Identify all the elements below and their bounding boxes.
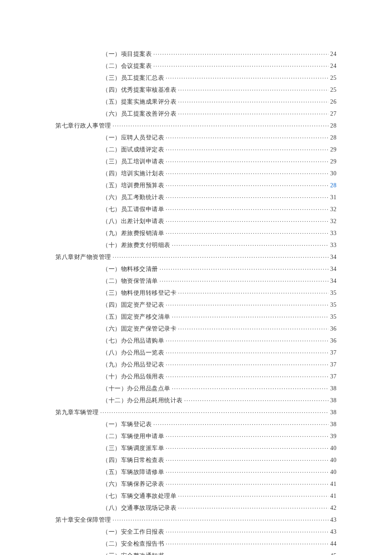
toc-entry-label: 第十章安全保障管理	[55, 517, 111, 523]
toc-entry-label: （十一）办公用品盘点单	[102, 386, 170, 392]
toc-entry-page: 28	[330, 123, 337, 129]
toc-leader-dots	[166, 349, 329, 355]
toc-leader-dots	[166, 169, 329, 175]
toc-entry[interactable]: （五）固定资产移交清单 35	[102, 311, 337, 323]
toc-leader-dots	[113, 516, 329, 522]
toc-entry[interactable]: （一）安全工作日报表 43	[102, 526, 337, 538]
toc-entry-label: （一）车辆登记表	[102, 421, 152, 427]
toc-leader-dots	[166, 74, 329, 80]
toc-entry-page: 34	[330, 266, 337, 272]
toc-entry[interactable]: （一）车辆登记表 38	[102, 418, 337, 430]
toc-entry[interactable]: （四）优秀提案审核基准表 25	[102, 84, 337, 96]
toc-entry[interactable]: （三）车辆调度派车单 40	[102, 442, 337, 454]
toc-entry[interactable]: （三）员工提案汇总表 25	[102, 72, 337, 84]
toc-entry[interactable]: （五）车辆故障请修单 40	[102, 466, 337, 478]
toc-entry[interactable]: （二）安全检查报告书 44	[102, 538, 337, 549]
toc-entry[interactable]: 第七章行政人事管理 28	[55, 119, 337, 131]
toc-entry[interactable]: （一）项目提案表 24	[102, 48, 337, 60]
toc-entry[interactable]: 第九章车辆管理 38	[55, 406, 337, 418]
toc-leader-dots	[166, 528, 329, 534]
toc-entry-label: 第八章财产物资管理	[55, 254, 111, 260]
toc-entry-label: （四）固定资产登记表	[102, 302, 164, 308]
toc-entry[interactable]: （十）办公用品领用表 37	[102, 370, 337, 382]
toc-entry-page: 44	[330, 541, 337, 547]
toc-entry[interactable]: （二）面试成绩评定表 29	[102, 143, 337, 155]
toc-entry[interactable]: （四）车辆日常检查表 40	[102, 454, 337, 466]
toc-entry-page: 29	[330, 159, 337, 165]
toc-entry-page: 40	[330, 469, 337, 475]
toc-entry[interactable]: 第八章财产物资管理 34	[55, 251, 337, 263]
toc-entry-page: 30	[330, 171, 337, 177]
toc-entry-label: （四）优秀提案审核基准表	[102, 87, 176, 93]
toc-leader-dots	[166, 205, 329, 211]
toc-leader-dots	[166, 360, 329, 366]
toc-entry[interactable]: （九）差旅费报销清单 33	[102, 227, 337, 239]
toc-entry-label: （七）员工请假申请单	[102, 206, 164, 212]
toc-entry[interactable]: （七）员工请假申请单 32	[102, 203, 337, 215]
toc-entry-page: 37	[330, 374, 337, 380]
toc-leader-dots	[178, 86, 329, 92]
toc-entry[interactable]: （四）培训实施计划表 30	[102, 167, 337, 179]
toc-entry-page: 40	[330, 445, 337, 451]
toc-leader-dots	[166, 301, 329, 307]
toc-entry-page: 38	[330, 398, 337, 404]
toc-entry-label: （六）车辆保养记录表	[102, 481, 164, 487]
toc-page: （一）项目提案表 24（二）会议提案表 24（三）员工提案汇总表 25（四）优秀…	[0, 0, 392, 555]
toc-leader-dots	[166, 372, 329, 378]
toc-entry[interactable]: （十二）办公用品耗用统计表 38	[102, 394, 337, 406]
toc-entry-page: 25	[330, 75, 337, 81]
toc-entry-page: 31	[330, 195, 337, 200]
toc-leader-dots	[166, 145, 329, 151]
toc-entry[interactable]: （九）办公用品登记表 37	[102, 358, 337, 370]
toc-leader-dots	[166, 134, 329, 139]
toc-entry-page: 45	[330, 553, 337, 555]
toc-entry[interactable]: （八）交通事故现场记录表 42	[102, 502, 337, 514]
toc-entry-page: 35	[330, 314, 337, 320]
toc-entry-page: 26	[330, 99, 337, 105]
toc-leader-dots	[172, 384, 329, 390]
toc-entry[interactable]: （一）应聘人员登记表 28	[102, 131, 337, 143]
toc-entry[interactable]: （三）物料使用转移登记卡 35	[102, 287, 337, 299]
toc-entry[interactable]: （二）物资保管清单 34	[102, 275, 337, 287]
toc-entry[interactable]: （一）物料移交清册 34	[102, 263, 337, 275]
toc-leader-dots	[166, 432, 329, 438]
toc-entry[interactable]: （七）车辆交通事故处理单 41	[102, 490, 337, 502]
toc-entry-label: （十二）办公用品耗用统计表	[102, 398, 183, 404]
toc-entry-page: 35	[330, 302, 337, 308]
toc-entry-label: （五）车辆故障请修单	[102, 469, 164, 475]
toc-entry-label: （二）物资保管清单	[102, 278, 158, 284]
toc-entry-page: 33	[330, 230, 337, 236]
toc-entry-page: 32	[330, 218, 337, 224]
toc-entry[interactable]: （七）办公用品请购单 36	[102, 334, 337, 346]
toc-leader-dots	[166, 552, 329, 555]
toc-entry[interactable]: （五）培训费用预算表 28	[102, 179, 337, 191]
toc-entry-label: （一）应聘人员登记表	[102, 135, 164, 141]
toc-entry[interactable]: （六）员工考勤统计表 31	[102, 191, 337, 203]
toc-entry-page: 33	[330, 242, 337, 248]
toc-entry[interactable]: （四）固定资产登记表 35	[102, 299, 337, 311]
toc-entry[interactable]: （三）安全整改通知书 45	[102, 549, 337, 555]
toc-leader-dots	[172, 313, 329, 319]
toc-leader-dots	[178, 110, 329, 116]
toc-entry-page: 24	[330, 63, 337, 69]
toc-leader-dots	[178, 504, 329, 510]
toc-entry-label: （二）会议提案表	[102, 63, 152, 69]
toc-entry-label: （一）安全工作日报表	[102, 529, 164, 535]
toc-entry[interactable]: 第十章安全保障管理 43	[55, 514, 337, 526]
toc-leader-dots	[178, 325, 329, 331]
toc-entry[interactable]: （十一）办公用品盘点单 38	[102, 382, 337, 394]
toc-entry[interactable]: （六）员工提案改善评分表 27	[102, 108, 337, 119]
toc-entry[interactable]: （三）员工培训申请表 29	[102, 155, 337, 167]
toc-entry-label: （七）办公用品请购单	[102, 338, 164, 344]
toc-entry[interactable]: （六）车辆保养记录表 41	[102, 478, 337, 490]
toc-entry[interactable]: （二）会议提案表 24	[102, 60, 337, 72]
toc-entry[interactable]: （五）提案实施成果评分表 26	[102, 96, 337, 108]
toc-entry[interactable]: （十）差旅费支付明细表 33	[102, 239, 337, 251]
toc-entry[interactable]: （八）出差计划申请表 32	[102, 215, 337, 227]
toc-entry[interactable]: （八）办公用品一览表 37	[102, 346, 337, 358]
toc-entry-label: 第九章车辆管理	[55, 410, 99, 416]
toc-entry[interactable]: （六）固定资产保管记录卡 36	[102, 323, 337, 334]
toc-entry[interactable]: （二）车辆使用申请单 39	[102, 430, 337, 442]
toc-leader-dots	[113, 253, 329, 259]
toc-entry-label: （九）差旅费报销清单	[102, 230, 164, 236]
